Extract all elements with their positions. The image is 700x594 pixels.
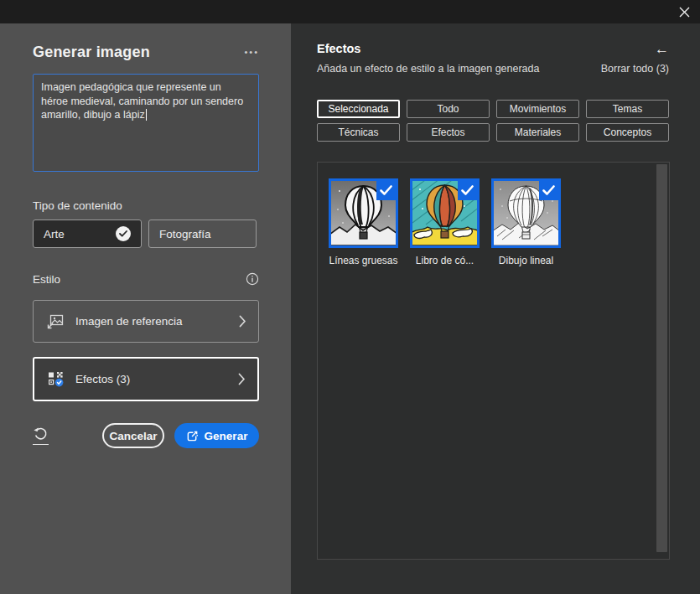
more-options-icon[interactable]: •••	[244, 48, 259, 57]
effects-icon	[48, 371, 64, 387]
effect-thumbnail	[329, 178, 398, 248]
reference-image-label: Imagen de referencia	[75, 315, 183, 328]
chevron-right-icon	[238, 373, 246, 385]
effect-label: Libro de có...	[410, 255, 480, 266]
effect-thumbnail	[410, 178, 480, 248]
style-label: Estilo	[33, 273, 60, 286]
effects-panel: Efectos Añada un efecto de estilo a la i…	[291, 23, 700, 594]
clear-all-link[interactable]: Borrar todo (3)	[601, 63, 669, 75]
selected-check-badge	[376, 181, 396, 200]
filter-chip-movimientos[interactable]: Movimientos	[496, 100, 579, 118]
chevron-right-icon	[239, 315, 246, 328]
effects-button-label: Efectos (3)	[75, 373, 130, 385]
prompt-text: Imagen pedagógica que represente un héro…	[41, 81, 243, 121]
filter-chip-tecnicas[interactable]: Técnicas	[317, 123, 400, 142]
info-icon[interactable]	[246, 272, 259, 286]
effect-label: Dibujo lineal	[491, 255, 561, 266]
filter-chip-seleccionada[interactable]: Seleccionada	[317, 100, 400, 118]
effects-grid: Líneas gruesas	[317, 162, 670, 560]
effect-card-libro-de-comic[interactable]: Libro de có...	[410, 178, 480, 266]
effect-card-lineas-gruesas[interactable]: Líneas gruesas	[329, 178, 398, 266]
cancel-button[interactable]: Cancelar	[102, 423, 164, 448]
panel-title: Generar imagen	[33, 44, 150, 61]
selected-check-badge	[539, 181, 558, 200]
effect-thumbnail	[491, 178, 561, 248]
filter-chip-conceptos[interactable]: Conceptos	[586, 123, 669, 142]
cancel-button-label: Cancelar	[109, 430, 157, 442]
reset-icon[interactable]	[33, 427, 49, 445]
content-type-label: Tipo de contenido	[33, 199, 259, 212]
effect-card-dibujo-lineal[interactable]: Dibujo lineal	[491, 178, 561, 266]
effects-panel-subtitle: Añada un efecto de estilo a la imagen ge…	[317, 63, 539, 75]
check-circle-icon	[116, 226, 131, 241]
content-type-fotografia-button[interactable]: Fotografía	[148, 220, 257, 248]
effects-panel-title: Efectos	[317, 42, 539, 55]
selected-check-badge	[458, 181, 477, 200]
filter-chip-materiales[interactable]: Materiales	[496, 123, 579, 142]
generate-icon	[186, 430, 199, 442]
filter-chip-temas[interactable]: Temas	[586, 100, 669, 118]
generate-button-label: Generar	[205, 430, 248, 442]
content-type-fotografia-label: Fotografía	[159, 228, 211, 240]
content-type-arte-label: Arte	[44, 228, 65, 240]
close-icon[interactable]	[675, 3, 693, 21]
generator-panel: Generar imagen ••• Imagen pedagógica que…	[0, 23, 291, 594]
content-type-arte-button[interactable]: Arte	[33, 220, 142, 248]
scrollbar-thumb[interactable]	[656, 164, 667, 552]
filter-chip-efectos[interactable]: Efectos	[407, 123, 490, 142]
effect-label: Líneas gruesas	[329, 255, 398, 266]
filter-chips: Seleccionada Todo Movimientos Temas Técn…	[317, 100, 669, 142]
reference-image-icon	[47, 314, 64, 329]
generate-button[interactable]: Generar	[174, 423, 259, 448]
window-titlebar	[0, 0, 700, 23]
back-arrow-icon[interactable]: ←	[601, 42, 669, 56]
filter-chip-todo[interactable]: Todo	[407, 100, 490, 118]
reference-image-button[interactable]: Imagen de referencia	[33, 300, 259, 343]
prompt-textarea[interactable]: Imagen pedagógica que represente un héro…	[33, 74, 259, 172]
effects-button[interactable]: Efectos (3)	[33, 357, 259, 401]
